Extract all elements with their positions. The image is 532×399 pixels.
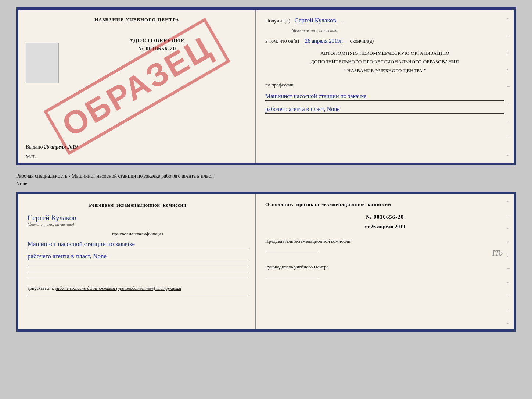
org-line2: ДОПОЛНИТЕЛЬНОГО ПРОФЕССИОНАЛЬНОГО ОБРАЗО… — [265, 57, 504, 66]
bottom-line-1 — [28, 266, 248, 266]
allowed-label: допускается к — [28, 286, 54, 291]
chairman-sign — [267, 252, 318, 252]
fio-sublabel-top: (фамилия, имя, отчество) — [292, 29, 338, 33]
assigned-label: присвоена квалификация — [28, 231, 248, 237]
school-name-top: НАЗВАНИЕ УЧЕБНОГО ЦЕНТРА — [26, 17, 248, 23]
middle-text-line2: None — [16, 180, 516, 188]
head-block: Руководитель учебного Центра — [265, 263, 504, 281]
bottom-right-panel: Основание: протокол экзаменационной коми… — [256, 194, 514, 329]
date-line: в том, что он(а) 26 апреля 2019г. окончи… — [265, 38, 504, 44]
profession-line2: рабочего агента в пласт, None — [265, 106, 504, 114]
date-value: 26 апреля 2019г. — [305, 38, 343, 44]
issued-date: 26 апреля 2019 — [44, 144, 78, 150]
top-right-panel: Получил(а) Сергей Кулаков – (фамилия, им… — [256, 10, 514, 163]
recipient-name: Сергей Кулаков — [295, 17, 336, 25]
photo-placeholder — [26, 43, 59, 83]
bottom-name: Сергей Кулаков — [28, 214, 76, 222]
profession-label: по профессии — [265, 82, 504, 88]
chairman-label: Председатель экзаменационной комиссии — [265, 237, 504, 245]
in-that-label: в том, что он(а) — [265, 38, 299, 44]
ito-mark: ITo — [492, 248, 503, 258]
allowed-text-block: допускается к работе согласно должностны… — [28, 286, 248, 291]
right-dashes-bottom: – – – и а ← – – – – — [507, 194, 511, 329]
head-sign — [267, 278, 318, 278]
bottom-line-2 — [28, 272, 248, 272]
head-label: Руководитель учебного Центра — [265, 263, 504, 271]
bottom-document: Решением экзаменационной комиссии Сергей… — [16, 192, 516, 332]
profession-line1: Машинист насосной станции по закачке — [265, 93, 504, 101]
right-dashes-top: – – и а ← – – – – — [507, 10, 511, 163]
bottom-line-3 — [28, 278, 248, 278]
protocol-number: № 0010656-20 — [265, 214, 504, 220]
bottom-fio-sub: (фамилия, имя, отчество) — [28, 222, 248, 227]
cert-title: УДОСТОВЕРЕНИЕ — [66, 38, 248, 44]
chairman-sign-line — [265, 247, 504, 255]
bottom-left-panel: Решением экзаменационной комиссии Сергей… — [18, 194, 256, 329]
issued-line: Выдано 26 апреля 2019 — [26, 122, 248, 152]
mp-line: М.П. — [26, 154, 248, 160]
bottom-name-block: Сергей Кулаков (фамилия, имя, отчество) — [28, 212, 248, 227]
issued-label: Выдано — [26, 144, 43, 150]
middle-text-block: Рабочая специальность - Машинист насосно… — [16, 169, 516, 188]
qual-line1: Машинист насосной станции по закачке — [28, 241, 248, 249]
protocol-date-line: от 26 апреля 2019 — [265, 224, 504, 230]
qual-line2: рабочего агента в пласт, None — [28, 253, 248, 261]
chairman-block: Председатель экзаменационной комиссии — [265, 237, 504, 255]
received-label: Получил(а) — [265, 18, 290, 24]
basis-title: Основание: протокол экзаменационной коми… — [265, 202, 504, 207]
protocol-date-prefix: от — [365, 224, 370, 229]
middle-text-line1: Рабочая специальность - Машинист насосно… — [16, 172, 516, 180]
org-line3: " НАЗВАНИЕ УЧЕБНОГО ЦЕНТРА " — [265, 66, 504, 75]
finished-label: окончил(а) — [350, 38, 374, 44]
cert-number: № 0010656-20 — [66, 46, 248, 52]
protocol-date: 26 апреля 2019 — [371, 224, 405, 229]
commission-title: Решением экзаменационной комиссии — [28, 202, 248, 209]
allowed-text: работе согласно должностным (производств… — [55, 286, 181, 291]
top-left-panel: НАЗВАНИЕ УЧЕБНОГО ЦЕНТРА УДОСТОВЕРЕНИЕ №… — [18, 10, 256, 163]
top-document: НАЗВАНИЕ УЧЕБНОГО ЦЕНТРА УДОСТОВЕРЕНИЕ №… — [16, 7, 516, 165]
head-sign-line — [265, 272, 504, 281]
received-line: Получил(а) Сергей Кулаков – — [265, 17, 504, 25]
bottom-line-4 — [28, 296, 248, 296]
org-line1: АВТОНОМНУЮ НЕКОММЕРЧЕСКУЮ ОРГАНИЗАЦИЮ — [265, 49, 504, 57]
org-block: АВТОНОМНУЮ НЕКОММЕРЧЕСКУЮ ОРГАНИЗАЦИЮ ДО… — [265, 49, 504, 75]
